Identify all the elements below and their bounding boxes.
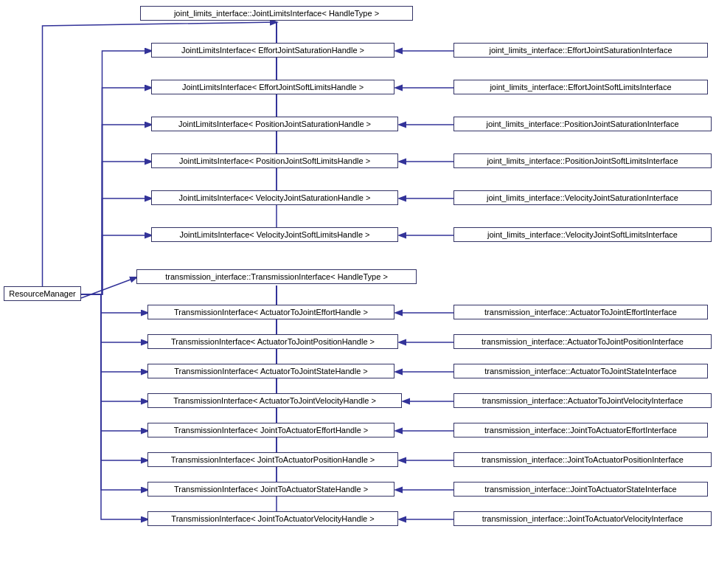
ti_jnt_vel_iface: transmission_interface::JointToActuatorV…: [453, 511, 712, 526]
ti_act_state_handle: TransmissionInterface< ActuatorToJointSt…: [147, 364, 395, 378]
ti_act_vel_handle: TransmissionInterface< ActuatorToJointVe…: [147, 393, 402, 408]
jl_vel_soft_iface: joint_limits_interface::VelocityJointSof…: [453, 227, 712, 242]
jl_pos_sat_iface: joint_limits_interface::PositionJointSat…: [453, 117, 712, 131]
jl_vel_sat_iface: joint_limits_interface::VelocityJointSat…: [453, 190, 712, 205]
transmissionHandleType: transmission_interface::TransmissionInte…: [136, 269, 417, 284]
ti_jnt_pos_handle: TransmissionInterface< JointToActuatorPo…: [147, 452, 398, 467]
jl_effort_soft_iface: joint_limits_interface::EffortJointSoftL…: [453, 80, 708, 94]
jl_effort_soft_handle: JointLimitsInterface< EffortJointSoftLim…: [151, 80, 395, 94]
ti_jnt_state_handle: TransmissionInterface< JointToActuatorSt…: [147, 482, 395, 497]
jointLimitsHandleType: joint_limits_interface::JointLimitsInter…: [140, 6, 413, 21]
jl_pos_soft_handle: JointLimitsInterface< PositionJointSoftL…: [151, 153, 398, 168]
svg-line-0: [81, 277, 136, 298]
ti_act_vel_iface: transmission_interface::ActuatorToJointV…: [453, 393, 712, 408]
jl_effort_sat_handle: JointLimitsInterface< EffortJointSaturat…: [151, 43, 395, 58]
ti_jnt_effort_handle: TransmissionInterface< JointToActuatorEf…: [147, 423, 395, 437]
jl_vel_soft_handle: JointLimitsInterface< VelocityJointSoftL…: [151, 227, 398, 242]
diagram: ResourceManagerjoint_limits_interface::J…: [0, 0, 716, 588]
jl_effort_sat_iface: joint_limits_interface::EffortJointSatur…: [453, 43, 708, 58]
ti_jnt_state_iface: transmission_interface::JointToActuatorS…: [453, 482, 708, 497]
ti_jnt_pos_iface: transmission_interface::JointToActuatorP…: [453, 452, 712, 467]
jl_vel_sat_handle: JointLimitsInterface< VelocityJointSatur…: [151, 190, 398, 205]
ti_act_pos_iface: transmission_interface::ActuatorToJointP…: [453, 334, 712, 349]
ti_act_effort_iface: transmission_interface::ActuatorToJointE…: [453, 305, 708, 319]
ti_act_pos_handle: TransmissionInterface< ActuatorToJointPo…: [147, 334, 398, 349]
ti_act_state_iface: transmission_interface::ActuatorToJointS…: [453, 364, 708, 378]
ti_act_effort_handle: TransmissionInterface< ActuatorToJointEf…: [147, 305, 395, 319]
jl_pos_sat_handle: JointLimitsInterface< PositionJointSatur…: [151, 117, 398, 131]
ti_jnt_effort_iface: transmission_interface::JointToActuatorE…: [453, 423, 708, 437]
ti_jnt_vel_handle: TransmissionInterface< JointToActuatorVe…: [147, 511, 398, 526]
jl_pos_soft_iface: joint_limits_interface::PositionJointSof…: [453, 153, 712, 168]
resourceManager: ResourceManager: [4, 286, 81, 301]
